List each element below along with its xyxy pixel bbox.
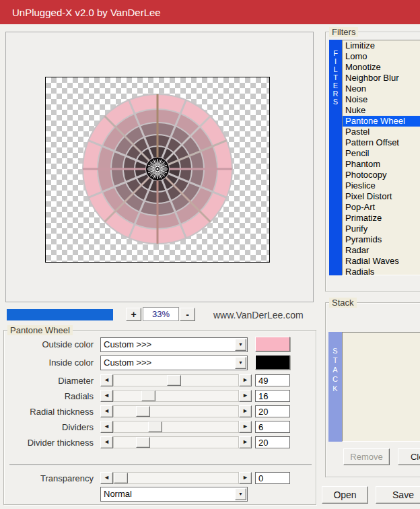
preview-canvas[interactable] <box>45 77 270 263</box>
dividers-label: Dividers <box>4 422 94 432</box>
arrow-right-icon[interactable]: ► <box>239 421 252 433</box>
window-titlebar: UnPlugged-X v2.0 by VanDerLee <box>0 0 420 24</box>
radials-label: Radials <box>4 391 94 401</box>
filter-item-pantone-wheel[interactable]: Pantone Wheel <box>343 116 420 127</box>
filter-item-lomo[interactable]: Lomo <box>343 51 420 62</box>
filters-listbox[interactable]: LimitizeLomoMonotizeNeighbor BlurNeonNoi… <box>342 40 420 275</box>
divider-thickness-slider-track[interactable] <box>113 436 239 448</box>
chevron-down-icon[interactable]: ▼ <box>235 357 246 369</box>
stack-vertical-banner: STACK <box>328 332 342 442</box>
arrow-right-icon[interactable]: ► <box>239 436 252 448</box>
diameter-slider-thumb[interactable] <box>167 375 181 386</box>
filter-item-pastel[interactable]: Pastel <box>343 127 420 137</box>
separator <box>9 465 312 466</box>
filter-item-radials[interactable]: Radials <box>343 267 420 275</box>
radials-slider-thumb[interactable] <box>141 391 155 401</box>
inside-color-dropdown[interactable]: Custom >>> ▼ <box>100 355 248 370</box>
arrow-right-icon[interactable]: ► <box>239 390 252 402</box>
arrow-right-icon[interactable]: ► <box>239 405 252 417</box>
dividers-slider-track[interactable] <box>113 421 239 433</box>
banner-letter: S <box>329 98 342 106</box>
stack-group: Stack STACK Remove Clear <box>325 302 420 477</box>
arrow-right-icon[interactable]: ► <box>239 472 252 484</box>
banner-letter: T <box>329 73 342 81</box>
transparency-value-input[interactable] <box>255 472 290 484</box>
filter-item-pyramids[interactable]: Pyramids <box>343 234 420 245</box>
blend-mode-value: Normal <box>104 487 132 501</box>
chevron-down-icon[interactable]: ▼ <box>235 488 246 500</box>
stack-listbox[interactable] <box>342 332 420 442</box>
arrow-left-icon[interactable]: ◄ <box>100 405 113 417</box>
filter-item-nuke[interactable]: Nuke <box>343 105 420 116</box>
save-button[interactable]: Save <box>376 486 420 504</box>
filter-item-pixel-distort[interactable]: Pixel Distort <box>343 191 420 202</box>
zoom-out-button[interactable]: - <box>180 308 195 321</box>
filter-item-photocopy[interactable]: Photocopy <box>343 170 420 180</box>
chevron-down-icon[interactable]: ▼ <box>235 339 246 351</box>
banner-letter: K <box>328 384 342 393</box>
banner-letter: F <box>329 49 342 57</box>
diameter-slider: ◄► <box>100 374 290 386</box>
radial-thickness-slider-track[interactable] <box>113 405 239 417</box>
dividers-slider: ◄► <box>100 421 290 433</box>
divider-thickness-value-input[interactable] <box>255 436 290 448</box>
divider-thickness-label: Divider thickness <box>4 438 94 448</box>
outside-color-swatch[interactable] <box>255 337 290 351</box>
inside-color-label: Inside color <box>4 358 94 368</box>
filter-item-pencil[interactable]: Pencil <box>343 148 420 159</box>
filter-item-noise[interactable]: Noise <box>343 94 420 105</box>
radials-slider-track[interactable] <box>113 390 239 402</box>
inside-color-swatch[interactable] <box>255 355 290 370</box>
radials-value-input[interactable] <box>255 390 290 402</box>
filter-item-pattern-offset[interactable]: Pattern Offset <box>343 137 420 148</box>
dividers-slider-thumb[interactable] <box>148 421 162 432</box>
filters-group: Filters FILTERS LimitizeLomoMonotizeNeig… <box>325 32 420 292</box>
zoom-in-button[interactable]: + <box>126 308 141 321</box>
radials-slider: ◄► <box>100 390 290 402</box>
filter-item-limitize[interactable]: Limitize <box>343 40 420 51</box>
stack-group-label: Stack <box>329 298 357 308</box>
diameter-slider-track[interactable] <box>113 374 239 386</box>
open-button[interactable]: Open <box>322 486 368 504</box>
website-link: www.VanDerLee.com <box>213 310 304 320</box>
arrow-left-icon[interactable]: ◄ <box>100 436 113 448</box>
pantone-wheel-preview <box>82 94 233 244</box>
remove-button[interactable]: Remove <box>343 448 390 465</box>
filter-item-purify[interactable]: Purify <box>343 224 420 234</box>
outside-color-value: Custom >>> <box>104 338 151 351</box>
blend-mode-dropdown[interactable]: Normal ▼ <box>100 487 248 502</box>
filter-item-monotize[interactable]: Monotize <box>343 62 420 73</box>
banner-letter: A <box>328 365 342 374</box>
banner-letter: S <box>328 346 342 355</box>
divider-thickness-slider-thumb[interactable] <box>136 437 150 448</box>
arrow-left-icon[interactable]: ◄ <box>100 472 113 484</box>
filter-item-radar[interactable]: Radar <box>343 245 420 256</box>
filters-group-label: Filters <box>329 27 358 37</box>
arrow-right-icon[interactable]: ► <box>239 374 252 386</box>
radial-thickness-slider-thumb[interactable] <box>136 406 150 417</box>
filter-item-pieslice[interactable]: Pieslice <box>343 180 420 191</box>
diameter-value-input[interactable] <box>255 374 290 386</box>
arrow-left-icon[interactable]: ◄ <box>100 421 113 433</box>
radial-thickness-slider: ◄► <box>100 405 290 417</box>
clear-button[interactable]: Clear <box>398 448 420 465</box>
filter-item-pop-art[interactable]: Pop-Art <box>343 202 420 213</box>
filter-item-phantom[interactable]: Phantom <box>343 159 420 170</box>
transparency-slider-thumb[interactable] <box>114 473 128 483</box>
arrow-left-icon[interactable]: ◄ <box>100 374 113 386</box>
banner-letter: T <box>328 355 342 365</box>
banner-letter: I <box>329 57 342 65</box>
dividers-value-input[interactable] <box>255 421 290 433</box>
outside-color-dropdown[interactable]: Custom >>> ▼ <box>100 337 248 352</box>
inside-color-value: Custom >>> <box>104 356 151 370</box>
radial-thickness-value-input[interactable] <box>255 405 290 417</box>
zoom-level-display: 33% <box>143 307 179 321</box>
transparency-slider-track[interactable] <box>113 472 239 484</box>
pantone-wheel-group-label: Pantone Wheel <box>7 325 73 335</box>
filter-item-primatize[interactable]: Primatize <box>343 213 420 224</box>
banner-letter: L <box>329 65 342 73</box>
filter-item-neighbor-blur[interactable]: Neighbor Blur <box>343 73 420 83</box>
filter-item-radial-waves[interactable]: Radial Waves <box>343 256 420 267</box>
arrow-left-icon[interactable]: ◄ <box>100 390 113 402</box>
filter-item-neon[interactable]: Neon <box>343 83 420 94</box>
